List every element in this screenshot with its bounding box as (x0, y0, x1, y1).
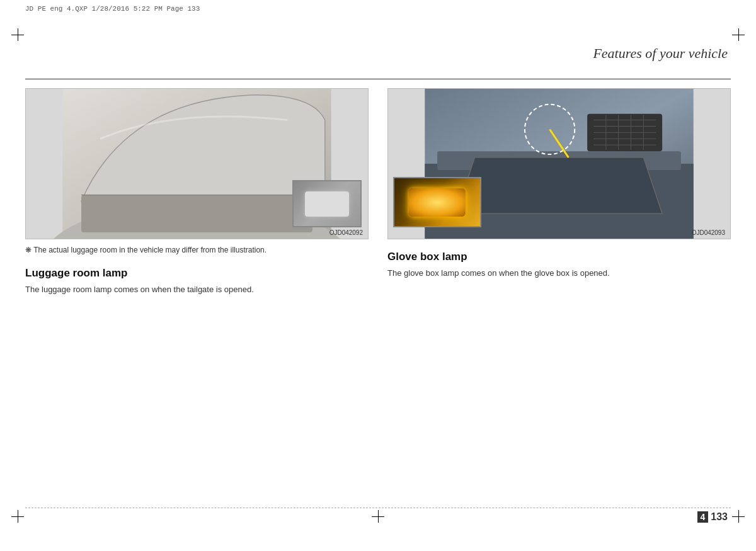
glove-lamp-inset (393, 177, 481, 227)
luggage-lamp-inset (292, 180, 362, 227)
reg-mark-top-right (732, 28, 745, 41)
image-code-right: OJD042093 (692, 229, 725, 236)
glowing-lamp-bg (394, 178, 480, 226)
main-content: OJD042092 ❋ The actual luggage room in t… (25, 88, 731, 501)
reg-mark-top-left (11, 28, 24, 41)
reg-mark-bottom-right (732, 510, 745, 523)
bottom-rule (25, 508, 731, 508)
glove-lamp-description: The glove box lamp comes on when the glo… (387, 267, 731, 280)
reg-mark-bottom-left (11, 510, 24, 523)
note-icon: ❋ (25, 246, 32, 254)
lamp-glow-shape (409, 188, 466, 217)
page-num-value: 133 (711, 511, 728, 523)
luggage-lamp-description: The luggage room lamp comes on when the … (25, 283, 369, 297)
glove-lamp-heading: Glove box lamp (387, 251, 731, 263)
right-column: OJD042093 Glove box lamp The glove box l… (387, 88, 731, 501)
left-column: OJD042092 ❋ The actual luggage room in t… (25, 88, 369, 501)
glove-box-image: OJD042093 (387, 88, 731, 239)
chapter-number: 4 (697, 511, 709, 523)
header-meta: JD PE eng 4.QXP 1/28/2016 5:22 PM Page 1… (25, 5, 200, 13)
svg-rect-2 (81, 195, 312, 233)
note-text: ❋ The actual luggage room in the vehicle… (25, 244, 369, 256)
reg-mark-bottom-center (372, 510, 384, 523)
note-body: The actual luggage room in the vehicle m… (33, 246, 266, 254)
section-title: Features of your vehicle (593, 45, 728, 62)
top-rule (25, 79, 731, 79)
image-code-left: OJD042092 (329, 229, 363, 236)
page-number-area: 4 133 (697, 511, 728, 523)
lamp-shape (305, 191, 349, 217)
luggage-room-image: OJD042092 (25, 88, 369, 239)
lamp-inset-bg (294, 181, 360, 226)
luggage-lamp-heading: Luggage room lamp (25, 267, 369, 280)
